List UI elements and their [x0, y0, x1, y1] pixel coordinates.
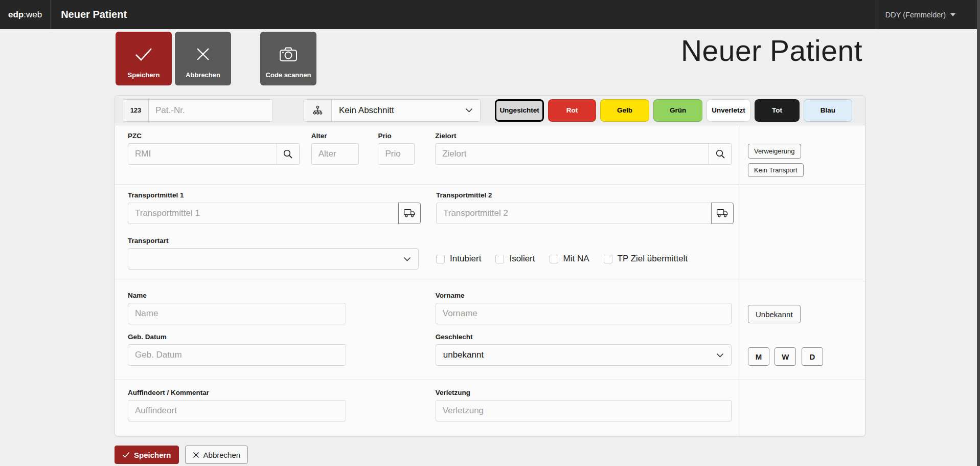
user-menu-label: DDY (Fernmelder): [885, 11, 946, 19]
triage-tot-button[interactable]: Tot: [755, 99, 800, 122]
user-menu-dropdown[interactable]: DDY (Fernmelder): [876, 0, 965, 29]
checkbox-box: [495, 255, 504, 263]
window-right-edge: [977, 0, 980, 466]
section-transport: Transportmittel 1: [115, 185, 865, 281]
checkbox-box: [436, 255, 445, 263]
truck-icon[interactable]: [398, 203, 421, 224]
verweigerung-button[interactable]: Verweigerung: [748, 144, 801, 159]
abschnitt-select[interactable]: Kein Abschnitt: [332, 100, 480, 121]
x-icon: [195, 32, 211, 71]
sitemap-icon: [304, 100, 332, 121]
transport-flags: Intubiert Isoliert Mit NA: [436, 248, 688, 270]
pat-nr-input[interactable]: [149, 100, 272, 121]
checkbox-box: [550, 255, 558, 263]
patient-form-panel: 123 Kein Abschnitt Ungesichtet: [115, 95, 865, 436]
geschlecht-label: Geschlecht: [436, 333, 732, 341]
triage-rot-button[interactable]: Rot: [548, 99, 596, 122]
section-person-side: Unbekannt M W D: [740, 281, 865, 379]
gender-w-button[interactable]: W: [774, 347, 796, 366]
pzc-input[interactable]: [128, 144, 277, 164]
vorname-label: Vorname: [436, 292, 732, 299]
transportmittel1-input[interactable]: [128, 203, 400, 224]
isoliert-checkbox[interactable]: Isoliert: [495, 254, 535, 264]
verletzung-label: Verletzung: [436, 389, 732, 396]
cancel-button[interactable]: Abbrechen: [175, 32, 231, 85]
caret-down-icon: [950, 13, 955, 16]
triage-gruen-button[interactable]: Grün: [653, 99, 702, 122]
zielort-label: Zielort: [435, 132, 732, 140]
section-auffindeort: Auffindeort / Kommentar Verletzung: [115, 380, 865, 436]
section-pzc-side: Verweigerung Kein Transport: [740, 125, 865, 184]
triage-blau-button[interactable]: Blau: [804, 99, 852, 122]
topbar-title: Neuer Patient: [61, 9, 127, 20]
geschlecht-value: unbekannt: [443, 350, 484, 360]
chevron-down-icon: [716, 353, 724, 358]
gender-m-button[interactable]: M: [748, 347, 769, 366]
pat-nr-group: 123: [123, 99, 273, 122]
triage-ungesichtet-button[interactable]: Ungesichtet: [495, 99, 544, 122]
vorname-input[interactable]: [436, 303, 732, 324]
save-button-footer[interactable]: Speichern: [115, 446, 179, 464]
x-icon: [193, 452, 199, 458]
check-icon: [134, 32, 153, 71]
gender-d-button[interactable]: D: [802, 347, 823, 366]
section-auffindeort-side: [740, 380, 865, 436]
scan-code-button[interactable]: Code scannen: [260, 32, 316, 85]
gender-button-row: M W D: [748, 347, 826, 366]
app-logo[interactable]: edp:web: [0, 0, 51, 29]
topbar: edp:web Neuer Patient DDY (Fernmelder): [0, 0, 980, 29]
app-logo-text: edp:web: [8, 10, 42, 20]
auffindeort-input[interactable]: [128, 400, 346, 421]
chevron-down-icon: [465, 108, 473, 113]
cancel-button-footer[interactable]: Abbrechen: [185, 446, 248, 464]
panel-top-row: 123 Kein Abschnitt Ungesichtet: [115, 96, 865, 125]
neuer-patient-page: edp:web Neuer Patient DDY (Fernmelder) S…: [0, 0, 980, 466]
geb-datum-label: Geb. Datum: [128, 333, 346, 341]
geschlecht-select[interactable]: unbekannt: [436, 344, 732, 366]
checkbox-box: [604, 255, 612, 263]
intubiert-checkbox[interactable]: Intubiert: [436, 254, 481, 264]
prio-label: Prio: [378, 132, 415, 140]
search-icon[interactable]: [277, 144, 299, 164]
transportmittel2-label: Transportmittel 2: [436, 191, 734, 199]
name-input[interactable]: [128, 303, 346, 324]
camera-icon: [279, 32, 298, 71]
name-label: Name: [128, 292, 346, 299]
save-button[interactable]: Speichern: [116, 32, 172, 85]
triage-unverletzt-button[interactable]: Unverletzt: [706, 99, 750, 122]
search-icon[interactable]: [709, 144, 731, 164]
abschnitt-group: Kein Abschnitt: [304, 99, 481, 122]
mit-na-checkbox[interactable]: Mit NA: [550, 254, 589, 264]
geb-datum-input[interactable]: [128, 344, 346, 366]
alter-input[interactable]: [311, 143, 359, 165]
footer-toolbar: Speichern Abbrechen: [115, 446, 248, 464]
prio-input[interactable]: [378, 143, 415, 165]
kein-transport-button[interactable]: Kein Transport: [748, 163, 804, 177]
unbekannt-button[interactable]: Unbekannt: [748, 305, 801, 323]
abschnitt-value: Kein Abschnitt: [339, 105, 394, 116]
triage-button-row: Ungesichtet Rot Gelb Grün Unverletzt Tot…: [495, 99, 852, 122]
zielort-input[interactable]: [436, 144, 709, 164]
truck-icon[interactable]: [711, 203, 734, 224]
section-pzc: PZC Alter Prio: [115, 125, 865, 185]
auffindeort-label: Auffindeort / Kommentar: [128, 389, 346, 396]
transportart-select[interactable]: [128, 248, 419, 270]
transportart-label: Transportart: [128, 237, 419, 245]
page-title: Neuer Patient: [681, 34, 862, 68]
alter-label: Alter: [311, 132, 359, 140]
panel-body: PZC Alter Prio: [115, 125, 865, 436]
triage-gelb-button[interactable]: Gelb: [600, 99, 649, 122]
section-person: Name Vorname Geb. Datum: [115, 281, 865, 380]
numeric-123-icon: 123: [123, 100, 149, 121]
transportmittel2-input[interactable]: [436, 203, 713, 224]
chevron-down-icon: [403, 257, 411, 261]
pzc-label: PZC: [128, 132, 300, 140]
verletzung-input[interactable]: [436, 400, 732, 421]
transportmittel1-label: Transportmittel 1: [128, 191, 421, 199]
tp-ziel-uebermittelt-checkbox[interactable]: TP Ziel übermittelt: [604, 254, 688, 264]
check-icon: [122, 452, 130, 458]
toolbar: Speichern Abbrechen Code scannen: [116, 32, 316, 85]
section-transport-side: [740, 185, 865, 281]
